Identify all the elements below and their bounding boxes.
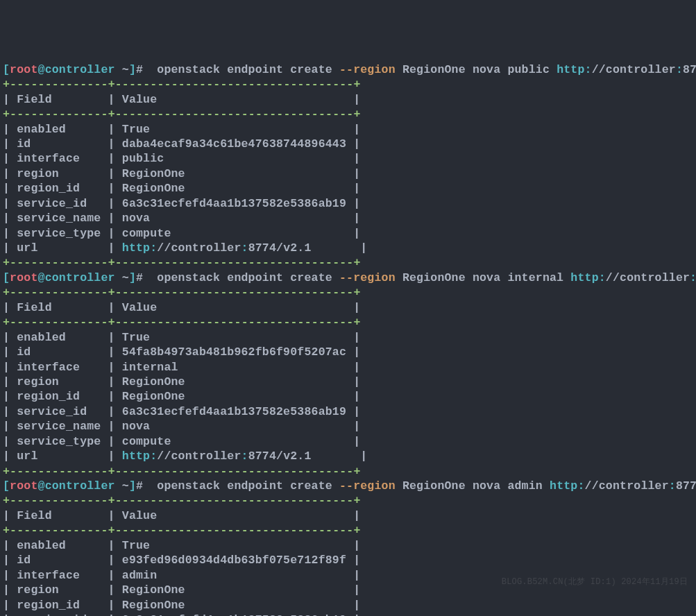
watermark: BLOG.B52M.CN(北梦 ID:1) 2024年11月19日 [502, 577, 688, 588]
terminal-output[interactable]: [root@controller ~]# openstack endpoint … [3, 62, 693, 616]
